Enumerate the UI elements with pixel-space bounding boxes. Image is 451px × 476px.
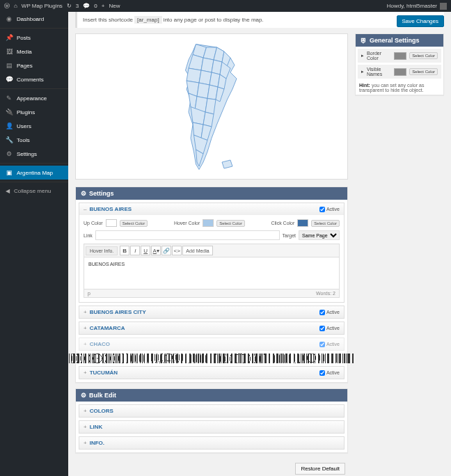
hover-color-swatch[interactable] xyxy=(203,219,214,227)
region-buenos-aires-city: + BUENOS AIRES CITY Active xyxy=(79,306,345,319)
region-chaco: + CHACO Active xyxy=(79,338,345,351)
settings-panel-header: ⚙Settings xyxy=(76,187,347,200)
dashboard-icon: ◉ xyxy=(6,15,13,22)
arrow-icon: ▸ xyxy=(361,69,364,74)
active-checkbox[interactable] xyxy=(319,326,325,331)
menu-comments[interactable]: 💬Comments xyxy=(0,72,68,86)
region-catamarca: + CATAMARCA Active xyxy=(79,322,345,335)
admin-sidebar: ◉Dashboard 📌Posts 🖼Media ▤Pages 💬Comment… xyxy=(0,0,68,476)
appearance-icon: ✎ xyxy=(6,95,13,102)
menu-appearance[interactable]: ✎Appearance xyxy=(0,91,68,105)
menu-pages[interactable]: ▤Pages xyxy=(0,58,68,72)
link-button[interactable]: 🔗 xyxy=(161,246,171,255)
expand-icon: + xyxy=(84,309,87,315)
general-settings-panel: ⛨General Settings ▸ Border Color Select … xyxy=(355,33,444,95)
argentina-map-svg[interactable] xyxy=(152,39,271,175)
region-header[interactable]: + CATAMARCA Active xyxy=(79,322,344,334)
posts-icon: 📌 xyxy=(6,34,13,41)
hint-text: Hint: you can set any color as transpare… xyxy=(356,81,443,95)
region-buenos-aires: – BUENOS AIRES Active Up Color Select Co… xyxy=(79,203,345,303)
gear-icon: ⚙ xyxy=(81,190,86,197)
active-checkbox[interactable] xyxy=(319,370,325,376)
bulk-edit-panel: ⚙Bulk Edit +COLORS +LINK +INFO. xyxy=(75,388,348,453)
up-color-button[interactable]: Select Color xyxy=(120,220,148,227)
names-color-button[interactable]: Select Color xyxy=(409,68,438,75)
site-home-icon[interactable]: ⌂ xyxy=(14,3,17,9)
target-select[interactable]: Same Page xyxy=(299,230,340,240)
menu-users[interactable]: 👤Users xyxy=(0,119,68,133)
border-color-swatch[interactable] xyxy=(394,52,406,60)
editor-path: p xyxy=(88,291,90,296)
up-color-swatch[interactable] xyxy=(106,219,117,227)
settings-icon: ⚙ xyxy=(6,150,13,157)
region-tucuman: + TUCUMÁN Active xyxy=(79,366,345,379)
site-name[interactable]: WP Map Plugins xyxy=(22,3,63,9)
bulk-link: +LINK xyxy=(79,420,345,434)
underline-button[interactable]: U xyxy=(141,246,150,255)
border-color-button[interactable]: Select Color xyxy=(409,52,438,59)
shortcode: [ar_map] xyxy=(134,16,162,24)
active-checkbox[interactable] xyxy=(319,207,325,212)
bulk-edit-header: ⚙Bulk Edit xyxy=(76,389,347,402)
main-content: Save Changes Insert this shortcode [ar_m… xyxy=(68,0,451,476)
collapse-icon: ◀ xyxy=(6,188,10,194)
users-icon: 👤 xyxy=(6,122,13,129)
textcolor-button[interactable]: A▾ xyxy=(151,246,161,255)
collapse-menu[interactable]: ◀Collapse menu xyxy=(0,184,68,198)
shield-icon: ⛨ xyxy=(361,37,367,44)
bold-button[interactable]: B xyxy=(120,246,129,255)
save-changes-button[interactable]: Save Changes xyxy=(397,15,444,27)
media-icon: 🖼 xyxy=(6,48,13,55)
arrow-icon: ▸ xyxy=(361,53,364,58)
general-settings-header: ⛨General Settings xyxy=(356,34,443,47)
expand-icon: + xyxy=(84,341,87,347)
hover-color-button[interactable]: Select Color xyxy=(216,220,245,227)
pages-icon: ▤ xyxy=(6,62,13,69)
active-checkbox[interactable] xyxy=(319,310,325,315)
menu-posts[interactable]: 📌Posts xyxy=(0,31,68,45)
menu-tools[interactable]: 🔧Tools xyxy=(0,133,68,147)
shortcode-notice: Insert this shortcode [ar_map] into any … xyxy=(75,12,444,28)
names-color-swatch[interactable] xyxy=(394,68,406,76)
region-header[interactable]: + BUENOS AIRES CITY Active xyxy=(79,306,344,318)
expand-icon: + xyxy=(84,325,87,331)
region-header[interactable]: – BUENOS AIRES Active xyxy=(79,203,344,215)
editor-content[interactable]: BUENOS AIRES xyxy=(84,257,339,289)
map-preview xyxy=(75,33,348,180)
italic-button[interactable]: I xyxy=(130,246,140,255)
gear-icon: ⚙ xyxy=(81,392,86,399)
expand-icon: + xyxy=(84,370,87,376)
hover-info-editor: Hover Info. B I U A▾ 🔗 <> Add Media BUEN… xyxy=(84,244,340,298)
active-checkbox[interactable] xyxy=(319,342,325,347)
plugins-icon: 🔌 xyxy=(6,109,13,116)
click-color-button[interactable]: Select Color xyxy=(311,220,340,227)
code-button[interactable]: <> xyxy=(172,246,182,255)
torn-divider xyxy=(69,354,354,363)
collapse-icon: – xyxy=(84,206,86,212)
expand-icon: + xyxy=(84,408,87,414)
menu-dashboard[interactable]: ◉Dashboard xyxy=(0,12,68,26)
link-input[interactable] xyxy=(95,230,280,240)
region-header[interactable]: + TUCUMÁN Active xyxy=(79,367,344,379)
restore-default-button[interactable]: Restore Default xyxy=(295,463,345,475)
bulk-colors: +COLORS xyxy=(79,404,345,418)
map-icon: ▣ xyxy=(6,169,13,176)
expand-icon: + xyxy=(84,424,87,430)
menu-argentina-map[interactable]: ▣Argentina Map xyxy=(0,166,68,180)
menu-plugins[interactable]: 🔌Plugins xyxy=(0,105,68,119)
expand-icon: + xyxy=(84,440,87,446)
add-media-button[interactable]: Add Media xyxy=(182,246,212,255)
tools-icon: 🔧 xyxy=(6,136,13,143)
menu-media[interactable]: 🖼Media xyxy=(0,45,68,58)
click-color-swatch[interactable] xyxy=(297,219,308,227)
menu-settings[interactable]: ⚙Settings xyxy=(0,147,68,161)
comments-icon: 💬 xyxy=(6,76,13,83)
hover-info-tab[interactable]: Hover Info. xyxy=(86,246,118,255)
wp-logo-icon[interactable]: ⓦ xyxy=(4,2,10,10)
bulk-info: +INFO. xyxy=(79,436,345,450)
settings-panel: ⚙Settings – BUENOS AIRES Active Up Color… xyxy=(75,187,348,383)
region-header[interactable]: + CHACO Active xyxy=(79,338,344,350)
